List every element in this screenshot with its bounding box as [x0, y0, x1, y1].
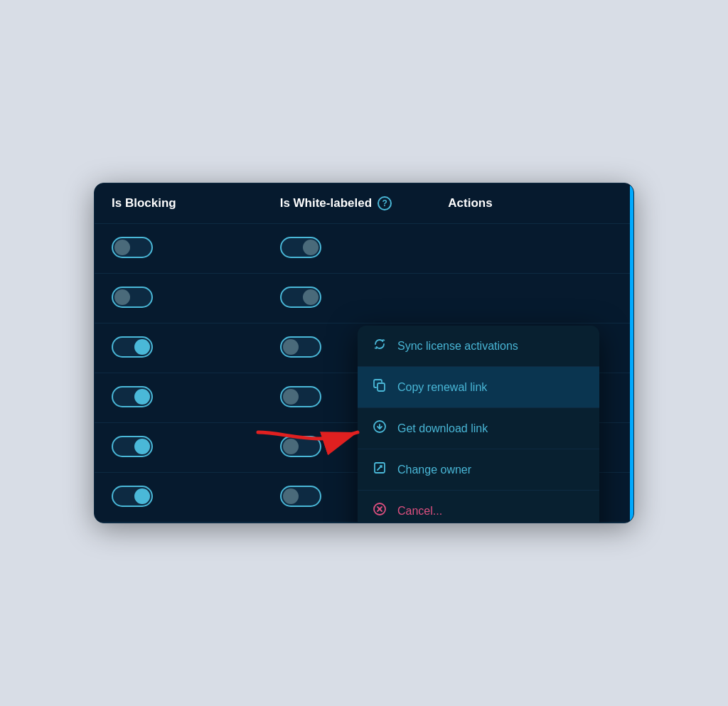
menu-item-cancel-label: Cancel...	[397, 505, 442, 518]
menu-item-change-owner[interactable]: Change owner	[358, 449, 599, 491]
menu-item-cancel[interactable]: Cancel...	[358, 491, 599, 523]
col-header-blocking: Is Blocking	[112, 196, 280, 210]
col-header-actions: Actions	[448, 196, 616, 210]
copy-icon	[372, 378, 387, 396]
whitelabeled-toggle-2[interactable]	[280, 287, 449, 311]
blocking-toggle-5[interactable]	[112, 436, 280, 460]
blocking-toggle-1[interactable]	[112, 237, 280, 261]
table-header: Is Blocking Is White-labeled ? Actions	[95, 183, 633, 224]
menu-item-sync-label: Sync license activations	[397, 340, 518, 353]
menu-item-sync[interactable]: Sync license activations	[358, 326, 599, 367]
table-row	[95, 274, 633, 323]
whitelabeled-toggle-1[interactable]	[280, 237, 449, 261]
edit-icon	[372, 461, 387, 478]
blocking-toggle-6[interactable]	[112, 486, 280, 510]
help-icon[interactable]: ?	[378, 196, 392, 210]
menu-item-download-label: Get download link	[397, 422, 488, 435]
context-menu: Sync license activations Copy renewal li…	[358, 326, 599, 523]
blocking-toggle-2[interactable]	[112, 287, 280, 311]
col-header-whitelabeled: Is White-labeled ?	[280, 196, 449, 210]
menu-item-copy-renewal[interactable]: Copy renewal link	[358, 367, 599, 408]
blocking-toggle-3[interactable]	[112, 336, 280, 360]
menu-item-copy-renewal-label: Copy renewal link	[397, 381, 487, 394]
blocking-toggle-4[interactable]	[112, 386, 280, 410]
menu-item-change-owner-label: Change owner	[397, 464, 471, 476]
sync-icon	[372, 337, 387, 355]
cancel-icon	[372, 502, 387, 520]
table-card: Is Blocking Is White-labeled ? Actions	[94, 183, 634, 523]
svg-rect-7	[378, 383, 385, 391]
menu-item-download[interactable]: Get download link	[358, 408, 599, 449]
table-row	[95, 224, 633, 274]
download-icon	[372, 419, 387, 437]
